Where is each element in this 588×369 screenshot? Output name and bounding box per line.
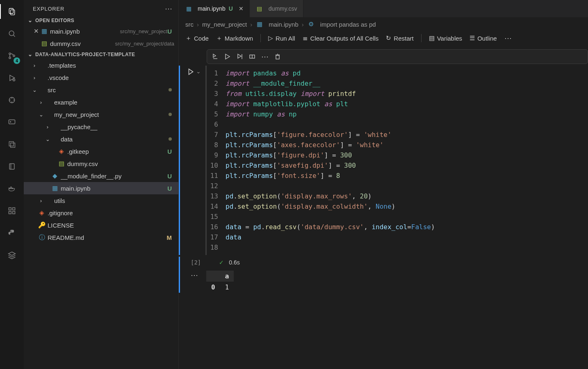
more-icon[interactable]: ⋯ <box>165 4 173 13</box>
add-markdown-button[interactable]: ＋Markdown <box>216 34 253 42</box>
svg-rect-12 <box>9 141 14 146</box>
file-path: src/my_new_project <box>120 28 168 34</box>
add-code-button[interactable]: ＋Code <box>185 34 209 42</box>
tree-item[interactable]: 🔑LICENSE <box>24 219 178 231</box>
svg-marker-25 <box>213 54 216 57</box>
python-icon[interactable] <box>5 226 18 239</box>
chevron-down-icon: ⌄ <box>27 17 34 23</box>
run-all-icon: ▷ <box>268 34 273 42</box>
code-editor[interactable]: 1import pandas as pd2import __module_fin… <box>209 66 584 255</box>
book-icon[interactable] <box>5 160 18 173</box>
layers-icon[interactable] <box>5 248 18 262</box>
editor-tab[interactable]: ▤dummy.csv <box>250 0 303 17</box>
csv-icon: ▤ <box>57 160 66 167</box>
tree-item[interactable]: ◈.gitkeepU <box>24 145 178 157</box>
git-status: U <box>167 148 174 155</box>
files-stack-icon[interactable] <box>5 138 18 151</box>
search-icon[interactable] <box>5 27 18 40</box>
breadcrumb[interactable]: src› my_new_project› ▦ main.ipynb› ⚙ imp… <box>179 17 588 31</box>
grid-icon[interactable] <box>5 204 18 217</box>
svg-point-2 <box>9 31 14 36</box>
tree-item[interactable]: ▤dummy.csv <box>24 157 178 170</box>
clear-outputs-button[interactable]: ≣Clear Outputs of All Cells <box>303 34 379 42</box>
open-editor-item[interactable]: ▤ dummy.csv src/my_new_project/data <box>24 37 178 50</box>
git-status: U <box>167 28 174 35</box>
file-name: .templates <box>48 62 174 69</box>
svg-point-5 <box>9 57 11 59</box>
tree-item[interactable]: ›.templates <box>24 59 178 71</box>
more-icon[interactable]: ⋯ <box>261 52 269 61</box>
svg-marker-27 <box>226 54 230 59</box>
notebook-toolbar: ＋Code ＋Markdown ▷Run All ≣Clear Outputs … <box>179 31 588 47</box>
svg-rect-0 <box>9 9 13 14</box>
tab-modified: U <box>229 5 233 12</box>
output-menu-icon[interactable]: ⋯ <box>191 271 198 280</box>
notebook-icon: ▦ <box>255 20 264 28</box>
scm-badge: 4 <box>14 57 20 64</box>
tree-item[interactable]: ⌄data <box>24 133 178 145</box>
split-cell-icon[interactable] <box>249 53 255 60</box>
output-table: a 01 <box>206 271 234 293</box>
chevron-down-icon[interactable]: ⌄ <box>196 68 201 75</box>
tree-item[interactable]: ›__pycache__ <box>24 121 178 133</box>
py-icon: ◆ <box>51 172 59 180</box>
csv-icon: ▤ <box>40 40 48 47</box>
svg-rect-13 <box>11 143 15 148</box>
run-cell-button[interactable] <box>187 68 194 77</box>
run-all-button[interactable]: ▷Run All <box>268 34 295 42</box>
run-by-line-icon[interactable] <box>212 53 219 60</box>
tree-item[interactable]: ◈.gitignore <box>24 207 178 219</box>
more-icon[interactable]: ⋯ <box>504 34 512 43</box>
tree-item[interactable]: ◆__module_finder__.pyU <box>24 170 178 182</box>
svg-rect-23 <box>13 212 15 214</box>
chevron-icon: ⌄ <box>31 87 38 93</box>
info-icon: ⓘ <box>38 234 46 241</box>
tree-item[interactable]: ⓘREADME.mdM <box>24 231 178 244</box>
open-editor-item[interactable]: ✕ ▦ main.ipynb src/my_new_project U <box>24 25 178 37</box>
svg-rect-20 <box>9 208 11 210</box>
clear-icon: ≣ <box>303 34 308 42</box>
git-icon: ◈ <box>57 148 66 155</box>
chevron-down-icon: ⌄ <box>27 51 34 57</box>
restart-button[interactable]: ↻Restart <box>386 34 413 42</box>
file-name: .gitignore <box>48 210 174 216</box>
delete-cell-icon[interactable] <box>274 53 281 60</box>
svg-point-6 <box>13 55 15 57</box>
remote-icon[interactable] <box>5 116 18 129</box>
open-editors-header[interactable]: ⌄ OPEN EDITORS <box>24 16 178 25</box>
extensions-icon[interactable] <box>5 93 18 107</box>
file-name: LICENSE <box>48 222 174 229</box>
editor-tab[interactable]: ▦main.ipynbU✕ <box>179 0 250 17</box>
source-control-icon[interactable]: 4 <box>5 49 18 62</box>
git-status: M <box>167 234 175 241</box>
svg-point-4 <box>9 53 11 55</box>
svg-rect-14 <box>9 164 14 169</box>
variables-button[interactable]: ▤Variables <box>429 34 462 42</box>
notebook-icon: ▦ <box>40 27 48 35</box>
chevron-icon: › <box>38 198 44 204</box>
project-header[interactable]: ⌄ DATA-ANALYTICS-PROJECT-TEMPLATE <box>24 50 178 59</box>
chevron-icon: › <box>31 75 38 81</box>
modified-dot <box>169 137 172 141</box>
tree-item[interactable]: ▦main.ipynbU <box>24 182 178 194</box>
svg-point-11 <box>10 121 11 122</box>
tree-item[interactable]: ⌄src <box>24 84 178 96</box>
outline-button[interactable]: ☰Outline <box>469 34 497 42</box>
file-name: src <box>48 87 169 93</box>
activity-bar: 4 <box>0 0 24 369</box>
close-icon[interactable]: ✕ <box>32 27 40 35</box>
execute-cell-icon[interactable] <box>224 53 231 60</box>
file-name: main.ipynb <box>50 28 118 35</box>
tree-item[interactable]: ›utils <box>24 194 178 207</box>
close-tab-icon[interactable]: ✕ <box>239 5 244 12</box>
file-name: main.ipynb <box>61 185 167 192</box>
tree-item[interactable]: ›example <box>24 96 178 108</box>
svg-marker-7 <box>10 75 15 80</box>
execute-below-icon[interactable] <box>237 53 243 60</box>
explorer-icon[interactable] <box>5 5 18 18</box>
tree-item[interactable]: ⌄my_new_project <box>24 108 178 121</box>
docker-icon[interactable] <box>5 182 18 195</box>
run-debug-icon[interactable] <box>5 71 18 84</box>
tree-item[interactable]: ›.vscode <box>24 71 178 84</box>
notebook-icon: ▦ <box>51 184 59 192</box>
